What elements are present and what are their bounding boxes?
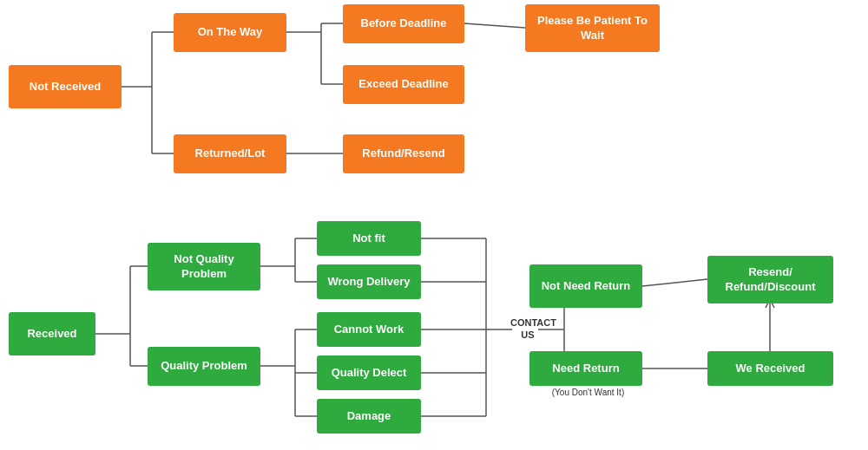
damage-box: Damage [317,399,421,434]
quality-problem-box: Quality Problem [148,347,260,386]
not-fit-box: Not fit [317,221,421,256]
cannot-work-box: Cannot Work [317,312,421,347]
resend-refund-discount-box: Resend/ Refund/Discount [707,256,833,303]
we-received-box: We Received [707,351,833,386]
on-the-way-box: On The Way [174,13,286,52]
svg-line-8 [464,23,525,28]
not-received-box: Not Received [9,65,122,108]
refund-resend-box: Refund/Resend [343,134,464,173]
contact-us-label: CONTACT US [510,316,545,342]
need-return-box: Need Return [529,351,642,386]
received-box: Received [9,312,95,355]
please-be-patient-box: Please Be Patient To Wait [525,4,660,52]
you-dont-want-it-label: (You Don't Want It) [521,388,655,397]
svg-line-34 [642,279,707,286]
returned-lot-box: Returned/Lot [174,134,286,173]
not-need-return-box: Not Need Return [529,264,642,308]
exceed-deadline-box: Exceed Deadline [343,65,464,104]
quality-defect-box: Quality Delect [317,355,421,390]
diagram: Not Received On The Way Returned/Lot Bef… [0,0,868,450]
before-deadline-box: Before Deadline [343,4,464,43]
not-quality-problem-box: Not Quality Problem [148,243,260,290]
wrong-delivery-box: Wrong Delivery [317,264,421,299]
